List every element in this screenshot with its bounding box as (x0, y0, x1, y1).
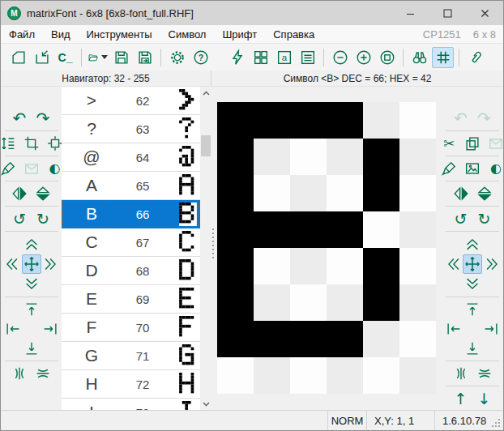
paint-glyph-button[interactable] (439, 159, 459, 178)
pixel-r5-c3[interactable] (290, 248, 327, 284)
rotate-right-glyph-button[interactable]: ↻ (475, 209, 494, 228)
pixel-r2-c6[interactable] (399, 139, 436, 175)
open-font-button[interactable] (87, 47, 109, 68)
char-row-63[interactable]: ?63 (62, 115, 200, 143)
snap-right-glyph-button[interactable] (481, 319, 501, 339)
pixel-r2-c1[interactable] (217, 139, 254, 175)
char-range-button[interactable]: C_ (54, 47, 76, 68)
pixel-r7-c6[interactable] (399, 321, 436, 357)
paint-font-button[interactable] (1, 159, 18, 178)
char-row-65[interactable]: A65 (62, 172, 200, 200)
toggle-grid-button[interactable] (432, 47, 454, 68)
cut-glyph-button[interactable]: ✂ (439, 134, 459, 153)
shift-left-font-button[interactable] (2, 254, 21, 274)
pixel-r5-c6[interactable] (399, 248, 436, 284)
close-button[interactable] (466, 1, 503, 25)
shift-move-glyph-button[interactable] (463, 254, 482, 274)
snap-left-glyph-button[interactable] (444, 319, 463, 339)
save-font-button[interactable] (110, 47, 132, 68)
menu-item-file[interactable]: Файл (1, 25, 43, 43)
redo-font-button[interactable]: ↷ (33, 109, 53, 128)
snap-bottom-font-button[interactable] (22, 339, 41, 358)
rotate-left-font-button[interactable]: ↺ (10, 209, 29, 228)
flip-vertical-font-button[interactable] (33, 184, 53, 203)
maximize-button[interactable] (429, 1, 466, 25)
pixel-r4-c2[interactable] (254, 211, 290, 248)
pixel-r6-c1[interactable] (217, 284, 254, 321)
previous-char-button[interactable]: ↑ (451, 389, 471, 408)
copy-glyph-button[interactable] (463, 134, 482, 153)
char-row-71[interactable]: G71 (62, 342, 200, 370)
help-button[interactable]: ? (190, 47, 211, 68)
pixel-r3-c4[interactable] (327, 175, 363, 211)
scroll-up-button[interactable] (200, 87, 211, 99)
char-row-62[interactable]: >62 (62, 87, 200, 115)
char-row-67[interactable]: C67 (62, 228, 200, 257)
pixel-r3-c2[interactable] (254, 175, 290, 211)
pixel-r5-c1[interactable] (217, 248, 254, 284)
preview-text-button[interactable] (297, 47, 318, 68)
zoom-fit-button[interactable] (376, 47, 398, 68)
pixel-r1-c4[interactable] (327, 102, 363, 139)
scrollbar-thumb[interactable] (201, 135, 211, 156)
pixel-r2-c3[interactable] (290, 139, 327, 175)
snap-bottom-glyph-button[interactable] (463, 339, 482, 358)
rotate-left-glyph-button[interactable]: ↺ (451, 209, 471, 228)
snap-left-font-button[interactable] (3, 319, 23, 339)
shift-left-glyph-button[interactable] (443, 254, 463, 274)
resize-grip[interactable] (498, 425, 500, 427)
find-char-button[interactable] (408, 47, 430, 68)
flip-horizontal-glyph-button[interactable] (451, 184, 471, 203)
snap-top-glyph-button[interactable] (463, 300, 482, 319)
invert-glyph-button[interactable]: ◐ (486, 159, 503, 178)
pixel-r7-c3[interactable] (290, 321, 327, 357)
center-horizontal-font-button[interactable] (10, 364, 29, 383)
pixel-r4-c1[interactable] (217, 211, 254, 248)
char-map-button[interactable] (250, 47, 271, 68)
export-font-button[interactable] (464, 47, 486, 68)
menu-item-symbol[interactable]: Символ (160, 25, 215, 43)
shift-up-glyph-button[interactable] (463, 234, 482, 254)
zoom-in-button[interactable] (352, 47, 374, 68)
shift-move-font-button[interactable] (22, 254, 41, 274)
pixel-r5-c2[interactable] (254, 248, 290, 284)
pixel-r8-c5[interactable] (363, 357, 399, 394)
menu-item-tools[interactable]: Инструменты (79, 25, 160, 43)
import-font-button[interactable] (31, 47, 53, 68)
pixel-r6-c5[interactable] (363, 284, 399, 321)
char-row-66[interactable]: B66 (62, 200, 200, 228)
pixel-r8-c1[interactable] (217, 357, 254, 394)
pixel-r8-c3[interactable] (290, 357, 327, 394)
flip-horizontal-font-button[interactable] (10, 184, 29, 203)
flip-vertical-glyph-button[interactable] (475, 184, 494, 203)
char-row-72[interactable]: H72 (62, 370, 200, 399)
pixel-r1-c3[interactable] (290, 102, 327, 139)
settings-button[interactable] (166, 47, 188, 68)
scroll-down-button[interactable] (200, 398, 211, 410)
char-row-70[interactable]: F70 (62, 314, 200, 342)
pixel-r5-c4[interactable] (327, 248, 363, 284)
snap-top-font-button[interactable] (22, 300, 41, 319)
char-row-68[interactable]: D68 (62, 257, 200, 285)
shift-up-font-button[interactable] (22, 234, 41, 254)
menu-item-font[interactable]: Шрифт (214, 25, 265, 43)
pixel-r3-c3[interactable] (290, 175, 327, 211)
pixel-r1-c5[interactable] (363, 102, 399, 139)
rotate-right-font-button[interactable]: ↻ (33, 209, 53, 228)
pixel-r5-c5[interactable] (363, 248, 399, 284)
undo-font-button[interactable]: ↶ (10, 109, 29, 128)
pixel-r6-c4[interactable] (327, 284, 363, 321)
pixel-r7-c1[interactable] (217, 321, 254, 357)
import-image-glyph-button[interactable] (463, 159, 482, 178)
pixel-r6-c6[interactable] (399, 284, 436, 321)
char-row-73[interactable]: I73 (62, 399, 200, 410)
shift-down-font-button[interactable] (22, 275, 41, 294)
font-height-button[interactable] (1, 134, 18, 153)
pixel-r8-c2[interactable] (254, 357, 290, 394)
shift-right-font-button[interactable] (41, 254, 61, 274)
crop-font-button[interactable] (22, 134, 41, 153)
character-list-scrollbar[interactable] (200, 87, 211, 410)
pixel-r2-c2[interactable] (254, 139, 290, 175)
snap-right-font-button[interactable] (41, 319, 60, 339)
pixel-r3-c6[interactable] (399, 175, 436, 211)
